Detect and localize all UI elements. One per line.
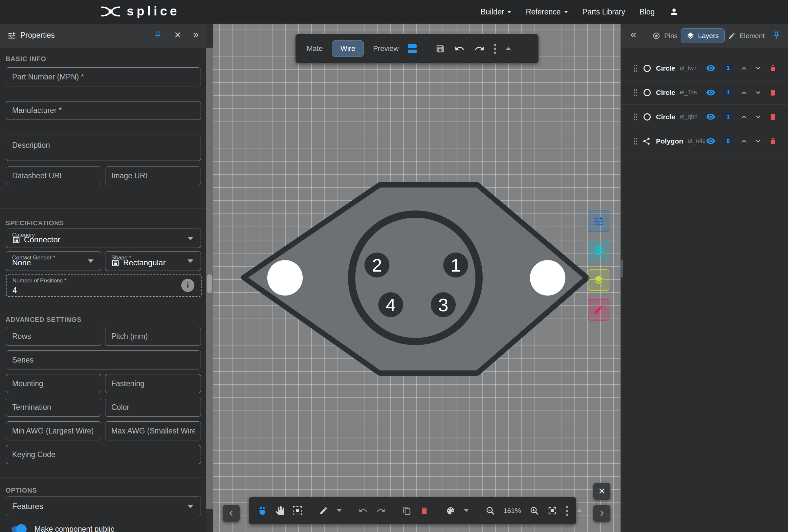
info-icon[interactable]: i [181,279,194,292]
max-awg-input[interactable] [105,422,201,440]
min-awg-field[interactable] [6,421,101,440]
termination-input[interactable] [6,398,101,416]
pitch-field[interactable] [105,327,201,346]
view-split-icon[interactable] [408,44,417,53]
part-number-input[interactable] [6,68,201,86]
mounting-hole-left[interactable] [267,260,303,296]
contact-gender-select[interactable]: Contact Gender * None [6,251,101,271]
description-field[interactable] [6,135,201,161]
category-select[interactable]: Category Connector [6,229,201,248]
move-down-icon[interactable] [755,138,762,144]
redo-button[interactable] [474,43,485,54]
layer-row-circle-el_qbn[interactable]: Circle el_qbn 1 [620,105,788,129]
pin-panel-icon[interactable] [772,31,781,40]
undo-button[interactable] [454,43,465,54]
delete-button[interactable] [420,506,429,515]
visibility-eye-icon[interactable] [706,136,715,146]
shape-select[interactable]: Shape * Rectangular [105,251,201,271]
datasheet-url-input[interactable] [6,167,101,185]
duplicate-button[interactable] [402,506,411,515]
fit-view-button[interactable] [547,506,557,516]
trash-icon[interactable] [769,137,777,145]
nav-reference[interactable]: Reference [526,7,568,16]
float-properties-button[interactable] [588,211,609,232]
user-avatar[interactable] [669,7,679,17]
move-up-icon[interactable] [741,89,747,96]
positions-input[interactable] [6,286,174,295]
mounting-hole-right[interactable] [530,260,565,296]
collapse-toolbar-icon[interactable] [505,47,511,50]
more-options-icon[interactable] [566,506,568,516]
manufacturer-field[interactable] [6,101,201,120]
mode-preview[interactable]: Preview [373,44,399,53]
nav-parts-library[interactable]: Parts Library [583,7,625,16]
pin-panel-icon[interactable] [154,31,162,39]
mode-wire[interactable]: Wire [332,40,364,57]
zoom-in-button[interactable] [530,506,539,515]
move-down-icon[interactable] [755,65,762,72]
move-down-icon[interactable] [755,114,762,120]
series-field[interactable] [6,350,201,370]
save-button[interactable] [435,44,445,54]
part-number-field[interactable] [6,67,201,86]
pin-count-badge[interactable]: 0 [723,137,733,145]
collapse-toolbar-icon[interactable] [576,509,583,512]
float-layers-button[interactable] [588,269,609,291]
mounting-input[interactable] [6,374,101,393]
pin-count-badge[interactable]: 1 [723,112,733,121]
color-input[interactable] [105,398,201,416]
close-panel-icon[interactable]: ✕ [174,30,181,40]
appearance-caret[interactable] [464,509,469,512]
nav-blog[interactable]: Blog [639,7,655,16]
float-element-button[interactable] [588,299,609,320]
marquee-select-button[interactable] [293,506,302,515]
visibility-eye-icon[interactable] [706,112,715,121]
pin-count-badge[interactable]: 1 [723,64,733,73]
connector-face-circle[interactable] [352,214,479,341]
fastening-input[interactable] [105,374,201,393]
pitch-input[interactable] [105,327,201,346]
connector-drawing[interactable]: 2 1 4 3 [230,177,604,381]
tab-element[interactable]: Element [728,24,765,47]
public-toggle[interactable] [12,527,25,532]
move-up-icon[interactable] [741,114,747,120]
collapse-panel-icon[interactable]: « [630,28,636,40]
drag-handle-icon[interactable] [632,113,638,121]
panel-scrollbar-thumb[interactable] [207,274,212,293]
nav-builder[interactable]: Builder [481,7,512,16]
pan-tool-button[interactable] [275,506,284,515]
tab-pins[interactable]: Pins [652,24,678,47]
zoom-level[interactable]: 161% [503,507,521,515]
mode-mate[interactable]: Mate [307,44,323,53]
zoom-out-button[interactable] [486,506,495,515]
image-url-field[interactable] [105,166,201,185]
move-down-icon[interactable] [755,89,762,96]
trash-icon[interactable] [769,64,777,72]
fastening-field[interactable] [105,374,201,393]
keying-code-input[interactable] [6,445,201,464]
image-url-input[interactable] [105,167,201,185]
prev-view-button[interactable] [223,505,240,522]
appearance-button[interactable] [446,506,455,516]
color-field[interactable] [105,398,201,417]
right-panel-resize-handle[interactable] [621,259,623,278]
features-select[interactable]: Features [6,496,201,516]
positions-field[interactable]: Number of Positions * i [6,274,202,297]
datasheet-url-field[interactable] [6,166,101,185]
select-tool-button[interactable] [258,506,267,516]
redo-button[interactable] [376,506,386,515]
undo-button[interactable] [358,506,368,515]
layer-row-circle-el_7zs[interactable]: Circle el_7zs 1 [620,80,788,105]
move-up-icon[interactable] [741,65,747,72]
collapse-panel-icon[interactable]: » [193,28,199,40]
visibility-eye-icon[interactable] [706,63,715,73]
close-canvas-button[interactable]: ✕ [593,483,610,500]
next-view-button[interactable] [593,505,610,522]
description-input[interactable] [6,135,201,161]
trash-icon[interactable] [769,113,777,121]
tab-layers[interactable]: Layers [681,28,725,43]
termination-field[interactable] [6,398,101,417]
min-awg-input[interactable] [6,422,101,440]
series-input[interactable] [6,351,201,369]
max-awg-field[interactable] [105,421,201,440]
